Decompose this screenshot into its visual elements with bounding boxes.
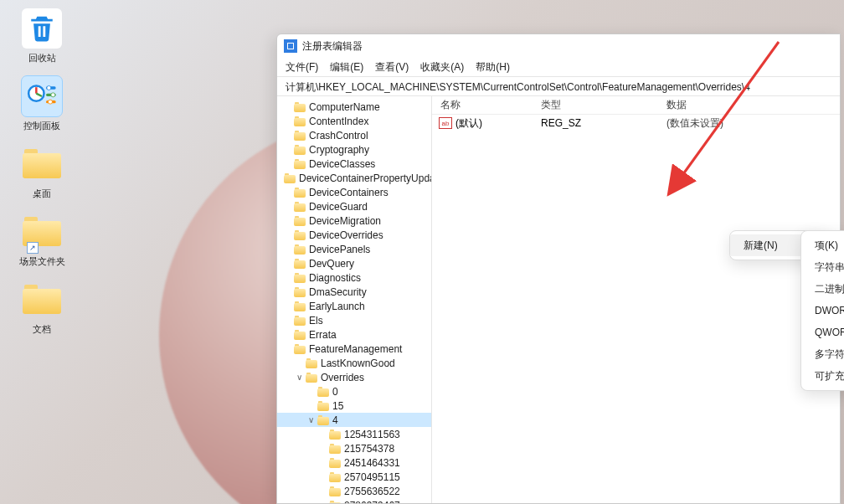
tree-node-label: DeviceMigration [309, 215, 381, 227]
svg-point-6 [49, 100, 53, 104]
menu-item-string[interactable]: 字符串值(S) [801, 256, 844, 278]
col-data[interactable]: 数据 [658, 98, 840, 112]
tree-node[interactable]: 2755636522 [277, 484, 431, 498]
tree-node[interactable]: DeviceContainers [277, 185, 431, 199]
folder-icon [329, 486, 341, 496]
tree-node[interactable]: ContentIndex [277, 114, 431, 128]
tree-node[interactable]: LastKnownGood [277, 356, 431, 370]
tree-node[interactable]: DeviceGuard [277, 199, 431, 213]
menu-item-binary[interactable]: 二进制值(B) [801, 278, 844, 300]
values-pane[interactable]: 名称 类型 数据 ab (默认) REG_SZ (数值未设置) 新建(N) ▶ … [432, 96, 840, 503]
folder-icon [317, 401, 329, 411]
col-name[interactable]: 名称 [432, 98, 533, 112]
tree-node[interactable]: 15 [277, 399, 431, 413]
tree-node-label: 4 [332, 414, 338, 426]
tree-node[interactable]: ∨4 [277, 413, 431, 427]
col-type[interactable]: 类型 [533, 98, 658, 112]
menu-help[interactable]: 帮助(H) [476, 60, 510, 75]
desktop-folder-3-label: 文档 [8, 323, 75, 336]
tree-node-label: DeviceClasses [309, 158, 375, 170]
recycle-bin[interactable]: 回收站 [8, 8, 75, 64]
titlebar[interactable]: 注册表编辑器 [277, 34, 840, 58]
address-bar[interactable]: 计算机\HKEY_LOCAL_MACHINE\SYSTEM\CurrentCon… [277, 76, 840, 96]
tree-node-label: DeviceContainerPropertyUpda [299, 172, 432, 184]
tree-node-label: ComputerName [309, 101, 380, 113]
tree-node-label: 1254311563 [344, 429, 400, 440]
control-panel-icon [25, 80, 59, 113]
folder-icon [294, 316, 306, 326]
tree-node-label: 0 [332, 386, 338, 398]
folder-icon [294, 202, 306, 212]
folder-icon [294, 244, 306, 255]
folder-icon [294, 131, 306, 141]
tree-node[interactable]: ∨Overrides [277, 370, 431, 384]
tree-node[interactable]: Diagnostics [277, 270, 431, 285]
tree-node[interactable]: 215754378 [277, 441, 431, 455]
menu-file[interactable]: 文件(F) [286, 60, 318, 75]
menu-item-key[interactable]: 项(K) [801, 234, 844, 256]
folder-icon [284, 173, 296, 183]
folder-icon [294, 273, 306, 283]
value-data: (数值未设置) [658, 116, 840, 131]
folder-icon [329, 429, 341, 440]
tree-node[interactable]: Els [277, 313, 431, 327]
tree-node[interactable]: DmaSecurity [277, 285, 431, 299]
desktop-folder-3[interactable]: 文档 [8, 280, 75, 336]
menu-item-qword[interactable]: QWORD (64 位)值(Q) [801, 321, 844, 343]
menu-item-multistring[interactable]: 多字符串值(M) [801, 343, 844, 365]
tree-node[interactable]: 2451464331 [277, 455, 431, 470]
regedit-icon [284, 39, 297, 53]
tree-node[interactable]: DevQuery [277, 256, 431, 270]
tree-node[interactable]: 2570495115 [277, 470, 431, 484]
tree-node[interactable]: DeviceMigration [277, 213, 431, 228]
tree-node[interactable]: DeviceOverrides [277, 228, 431, 242]
tree-node[interactable]: CrashControl [277, 128, 431, 142]
tree-node[interactable]: Errata [277, 327, 431, 342]
value-row-default[interactable]: ab (默认) REG_SZ (数值未设置) [432, 115, 840, 131]
desktop: 回收站 控制面板 桌面 ↗ 场景文件夹 文档 [0, 0, 84, 347]
tree-twisty-icon[interactable]: ∨ [294, 373, 304, 382]
shortcut-badge-icon: ↗ [27, 242, 39, 254]
tree-node-label: EarlyLaunch [309, 301, 365, 312]
menu-item-dword[interactable]: DWORD (32 位)值(D) [801, 300, 844, 321]
svg-point-5 [51, 93, 55, 97]
tree-node[interactable]: 2786979467 [277, 498, 431, 503]
menu-item-new-label: 新建(N) [744, 239, 778, 253]
menu-favorites[interactable]: 收藏夹(A) [420, 60, 464, 75]
tree-node[interactable]: ComputerName [277, 100, 431, 114]
tree-node-label: CrashControl [309, 130, 368, 141]
folder-icon [329, 458, 341, 468]
folder-icon [317, 387, 329, 397]
tree-node-label: DeviceContainers [309, 187, 389, 198]
menubar: 文件(F) 编辑(E) 查看(V) 收藏夹(A) 帮助(H) [277, 58, 840, 76]
desktop-folder-2[interactable]: ↗ 场景文件夹 [8, 212, 75, 268]
folder-icon [294, 159, 306, 169]
desktop-folder-1[interactable]: 桌面 [8, 144, 75, 200]
string-value-icon: ab [439, 117, 452, 129]
tree-pane[interactable]: ComputerNameContentIndexCrashControlCryp… [277, 96, 432, 503]
menu-item-expandstring[interactable]: 可扩充字符串值(E) [801, 365, 844, 387]
folder-icon [294, 330, 306, 340]
tree-node[interactable]: 1254311563 [277, 427, 431, 441]
menu-view[interactable]: 查看(V) [375, 60, 409, 75]
tree-node[interactable]: DeviceClasses [277, 157, 431, 171]
tree-twisty-icon[interactable]: ∨ [306, 415, 316, 424]
desktop-folder-1-label: 桌面 [8, 188, 75, 200]
tree-node-label: 215754378 [344, 443, 394, 455]
tree-node-label: 15 [332, 400, 343, 412]
tree-node-label: Cryptography [309, 144, 369, 156]
control-panel-label: 控制面板 [8, 120, 75, 132]
tree-node[interactable]: EarlyLaunch [277, 299, 431, 313]
tree-node[interactable]: DeviceContainerPropertyUpda [277, 171, 431, 185]
menu-edit[interactable]: 编辑(E) [330, 60, 363, 75]
tree-node[interactable]: FeatureManagement [277, 342, 431, 356]
tree-node[interactable]: Cryptography [277, 142, 431, 157]
folder-icon [294, 102, 306, 112]
tree-node-label: LastKnownGood [321, 357, 395, 369]
tree-node[interactable]: DevicePanels [277, 242, 431, 256]
desktop-folder-2-label: 场景文件夹 [8, 255, 75, 268]
context-submenu-new: 项(K) 字符串值(S) 二进制值(B) DWORD (32 位)值(D) QW… [800, 230, 844, 391]
control-panel[interactable]: 控制面板 [8, 76, 75, 132]
tree-node[interactable]: 0 [277, 384, 431, 399]
values-header: 名称 类型 数据 [432, 96, 840, 115]
